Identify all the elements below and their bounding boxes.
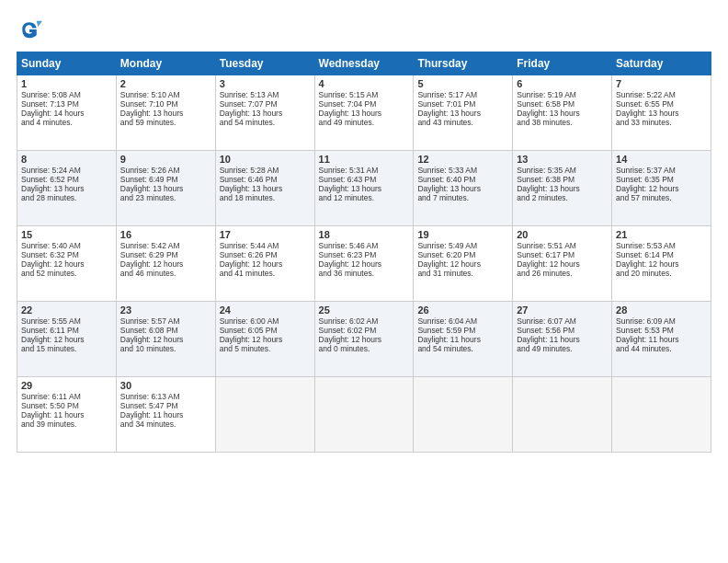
day-info-line: Sunset: 6:29 PM (120, 250, 211, 259)
day-info-line: Sunrise: 6:00 AM (220, 316, 311, 326)
table-row: 4Sunrise: 5:15 AMSunset: 7:04 PMDaylight… (314, 75, 414, 151)
day-info-line: Sunrise: 5:40 AM (21, 241, 112, 250)
day-info-line: and 7 minutes. (417, 193, 508, 202)
day-number: 2 (120, 78, 211, 89)
day-info-line: Daylight: 12 hours (220, 259, 311, 269)
day-number: 4 (319, 78, 410, 89)
day-info-line: Daylight: 12 hours (319, 335, 410, 344)
day-number: 19 (417, 229, 508, 240)
logo (17, 17, 44, 42)
day-number: 26 (417, 304, 508, 316)
day-info-line: Daylight: 13 hours (319, 109, 410, 118)
day-info-line: and 20 minutes. (616, 269, 707, 278)
day-info-line: and 2 minutes. (517, 193, 608, 202)
day-info-line: Daylight: 13 hours (616, 109, 707, 118)
table-row: 16Sunrise: 5:42 AMSunset: 6:29 PMDayligh… (116, 226, 215, 302)
day-info-line: Daylight: 13 hours (220, 109, 311, 118)
table-row: 9Sunrise: 5:26 AMSunset: 6:49 PMDaylight… (116, 151, 215, 226)
day-info-line: Sunset: 5:47 PM (120, 401, 211, 410)
day-info-line: Daylight: 12 hours (517, 259, 608, 269)
day-info-line: Sunset: 6:35 PM (616, 175, 707, 184)
day-info-line: Daylight: 12 hours (616, 259, 707, 269)
day-info-line: Daylight: 12 hours (120, 335, 211, 344)
day-number: 10 (220, 154, 311, 165)
table-row: 17Sunrise: 5:44 AMSunset: 6:26 PMDayligh… (215, 226, 314, 302)
table-row: 20Sunrise: 5:51 AMSunset: 6:17 PMDayligh… (513, 226, 612, 302)
table-row: 29Sunrise: 6:11 AMSunset: 5:50 PMDayligh… (17, 377, 117, 453)
day-info-line: Daylight: 13 hours (517, 184, 608, 193)
day-number: 6 (517, 78, 608, 89)
day-info-line: Sunset: 6:17 PM (517, 250, 608, 259)
day-info-line: Sunrise: 6:02 AM (319, 316, 410, 326)
day-info-line: Sunrise: 5:46 AM (319, 241, 410, 250)
day-info-line: Sunset: 5:56 PM (517, 326, 608, 335)
table-row: 22Sunrise: 5:55 AMSunset: 6:11 PMDayligh… (17, 302, 117, 377)
day-info-line: Sunrise: 5:57 AM (120, 316, 211, 326)
day-number: 18 (319, 229, 410, 240)
day-info-line: Sunrise: 6:13 AM (120, 392, 211, 401)
day-number: 16 (120, 229, 211, 240)
day-info-line: Sunset: 6:38 PM (517, 175, 608, 184)
day-info-line: Sunset: 6:55 PM (616, 99, 707, 109)
day-info-line: Sunrise: 6:09 AM (616, 316, 707, 326)
page: Sunday Monday Tuesday Wednesday Thursday… (0, 0, 728, 563)
day-info-line: Sunrise: 5:17 AM (417, 90, 508, 99)
day-number: 14 (616, 154, 707, 165)
day-info-line: Sunset: 5:50 PM (21, 401, 112, 410)
day-number: 5 (417, 78, 508, 89)
day-info-line: Sunset: 6:58 PM (517, 99, 608, 109)
day-number: 8 (21, 154, 112, 165)
day-info-line: Sunset: 6:40 PM (417, 175, 508, 184)
day-info-line: and 52 minutes. (21, 269, 112, 278)
day-info-line: and 36 minutes. (319, 269, 410, 278)
day-info-line: and 38 minutes. (517, 118, 608, 127)
table-row: 23Sunrise: 5:57 AMSunset: 6:08 PMDayligh… (116, 302, 215, 377)
table-row: 10Sunrise: 5:28 AMSunset: 6:46 PMDayligh… (215, 151, 314, 226)
day-info-line: Sunrise: 5:08 AM (21, 90, 112, 99)
day-info-line: Sunrise: 5:35 AM (517, 166, 608, 175)
table-row: 27Sunrise: 6:07 AMSunset: 5:56 PMDayligh… (513, 302, 612, 377)
day-info-line: Sunset: 7:13 PM (21, 99, 112, 109)
table-row: 11Sunrise: 5:31 AMSunset: 6:43 PMDayligh… (314, 151, 414, 226)
table-row: 18Sunrise: 5:46 AMSunset: 6:23 PMDayligh… (314, 226, 414, 302)
day-info-line: and 54 minutes. (220, 118, 311, 127)
day-number: 1 (21, 78, 112, 89)
day-info-line: Daylight: 13 hours (120, 184, 211, 193)
calendar-table: Sunday Monday Tuesday Wednesday Thursday… (17, 52, 711, 453)
col-saturday: Saturday (612, 52, 711, 75)
day-info-line: Daylight: 11 hours (120, 410, 211, 419)
col-tuesday: Tuesday (215, 52, 314, 75)
table-row: 7Sunrise: 5:22 AMSunset: 6:55 PMDaylight… (612, 75, 711, 151)
day-info-line: Daylight: 12 hours (220, 335, 311, 344)
day-info-line: Daylight: 12 hours (616, 184, 707, 193)
day-info-line: and 34 minutes. (120, 419, 211, 429)
day-info-line: Daylight: 11 hours (417, 335, 508, 344)
table-row: 5Sunrise: 5:17 AMSunset: 7:01 PMDaylight… (414, 75, 513, 151)
day-info-line: Sunrise: 5:19 AM (517, 90, 608, 99)
day-info-line: Sunrise: 6:07 AM (517, 316, 608, 326)
day-info-line: and 0 minutes. (319, 344, 410, 353)
day-info-line: Sunrise: 5:10 AM (120, 90, 211, 99)
day-number: 22 (21, 304, 112, 316)
day-info-line: Sunset: 5:59 PM (417, 326, 508, 335)
day-info-line: Daylight: 12 hours (21, 259, 112, 269)
day-info-line: and 44 minutes. (616, 344, 707, 353)
day-info-line: Sunrise: 5:33 AM (417, 166, 508, 175)
col-thursday: Thursday (414, 52, 513, 75)
day-info-line: Sunrise: 6:04 AM (417, 316, 508, 326)
day-info-line: and 39 minutes. (21, 419, 112, 429)
day-info-line: Daylight: 11 hours (616, 335, 707, 344)
day-info-line: Sunrise: 5:44 AM (220, 241, 311, 250)
day-info-line: Daylight: 11 hours (517, 335, 608, 344)
day-number: 11 (319, 154, 410, 165)
table-row: 6Sunrise: 5:19 AMSunset: 6:58 PMDaylight… (513, 75, 612, 151)
day-info-line: Sunset: 6:05 PM (220, 326, 311, 335)
table-row: 15Sunrise: 5:40 AMSunset: 6:32 PMDayligh… (17, 226, 117, 302)
day-number: 20 (517, 229, 608, 240)
day-number: 29 (21, 380, 112, 391)
day-info-line: and 33 minutes. (616, 118, 707, 127)
day-number: 3 (220, 78, 311, 89)
col-friday: Friday (513, 52, 612, 75)
day-info-line: Sunrise: 5:24 AM (21, 166, 112, 175)
day-info-line: Daylight: 12 hours (21, 335, 112, 344)
